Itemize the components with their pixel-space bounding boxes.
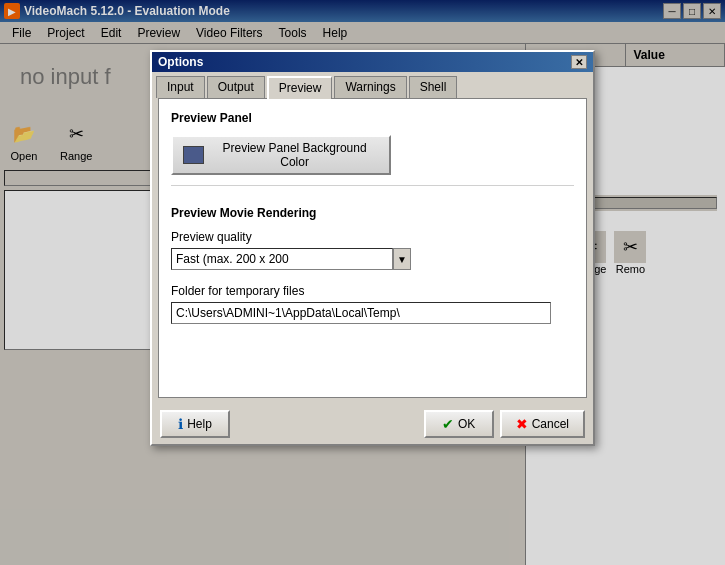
dialog-overlay: Options ✕ Input Output Preview Warnings …: [0, 0, 725, 565]
help-label: Help: [187, 417, 212, 431]
tab-row: Input Output Preview Warnings Shell: [152, 72, 593, 98]
movie-rendering-section: Preview Movie Rendering Preview quality …: [171, 206, 574, 324]
dialog-content-area: Preview Panel Preview Panel Background C…: [158, 98, 587, 398]
dialog-title: Options: [158, 55, 571, 69]
ok-label: OK: [458, 417, 475, 431]
preview-background-color-button[interactable]: Preview Panel Background Color: [171, 135, 391, 175]
tab-input[interactable]: Input: [156, 76, 205, 98]
preview-panel-section: Preview Panel Preview Panel Background C…: [171, 111, 574, 186]
dropdown-arrow-icon[interactable]: ▼: [393, 248, 411, 270]
quality-dropdown-value[interactable]: Fast (max. 200 x 200: [171, 248, 393, 270]
preview-panel-section-title: Preview Panel: [171, 111, 574, 125]
tab-preview[interactable]: Preview: [267, 76, 333, 99]
movie-rendering-title: Preview Movie Rendering: [171, 206, 574, 220]
quality-label: Preview quality: [171, 230, 574, 244]
help-icon: ℹ: [178, 416, 183, 432]
folder-label: Folder for temporary files: [171, 284, 574, 298]
cancel-label: Cancel: [532, 417, 569, 431]
help-button[interactable]: ℹ Help: [160, 410, 230, 438]
dialog-buttons: ℹ Help ✔ OK ✖ Cancel: [152, 404, 593, 444]
options-dialog: Options ✕ Input Output Preview Warnings …: [150, 50, 595, 446]
ok-icon: ✔: [442, 416, 454, 432]
color-swatch: [183, 146, 204, 164]
ok-button[interactable]: ✔ OK: [424, 410, 494, 438]
temp-folder-input[interactable]: [171, 302, 551, 324]
cancel-button[interactable]: ✖ Cancel: [500, 410, 585, 438]
tab-warnings[interactable]: Warnings: [334, 76, 406, 98]
tab-output[interactable]: Output: [207, 76, 265, 98]
dialog-close-button[interactable]: ✕: [571, 55, 587, 69]
cancel-icon: ✖: [516, 416, 528, 432]
dialog-title-bar: Options ✕: [152, 52, 593, 72]
tab-shell[interactable]: Shell: [409, 76, 458, 98]
color-button-label: Preview Panel Background Color: [210, 141, 379, 169]
ok-cancel-group: ✔ OK ✖ Cancel: [424, 410, 585, 438]
quality-dropdown[interactable]: Fast (max. 200 x 200 ▼: [171, 248, 411, 270]
